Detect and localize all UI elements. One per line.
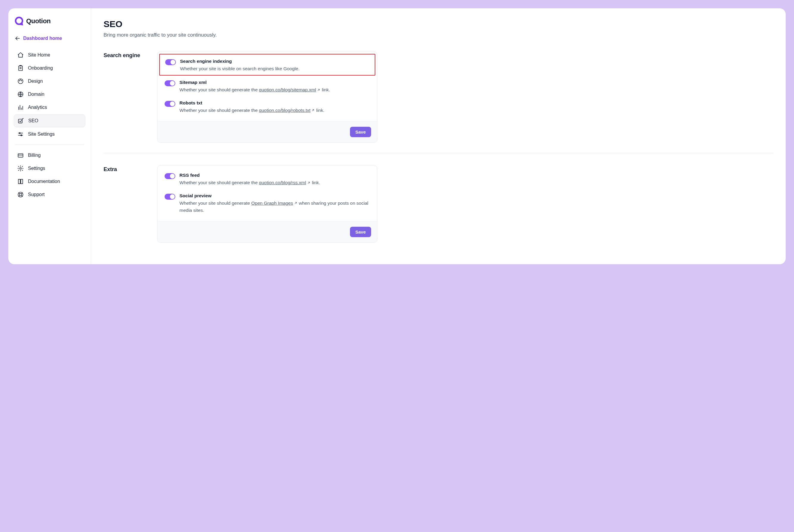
sidebar-item-label: Site Settings xyxy=(28,132,55,137)
card-footer: Save xyxy=(157,221,377,243)
sidebar-item-label: Settings xyxy=(28,166,45,171)
svg-rect-0 xyxy=(19,66,23,71)
toggle-social-preview[interactable] xyxy=(165,194,175,200)
section-search-engine: Search engine Search engine indexing Whe… xyxy=(103,47,773,152)
toggle-title: Sitemap xml xyxy=(179,80,370,85)
svg-point-4 xyxy=(21,80,22,81)
sidebar-item-label: Site Home xyxy=(28,52,50,58)
open-graph-link[interactable]: Open Graph Images xyxy=(251,201,293,206)
lifebuoy-icon xyxy=(17,191,24,198)
toggle-title: Robots txt xyxy=(179,100,370,106)
sliders-icon xyxy=(17,131,24,137)
section-label: Extra xyxy=(103,165,151,243)
robots-link[interactable]: quotion.co/blog/robots.txt xyxy=(259,108,310,113)
clipboard-icon xyxy=(17,65,24,71)
save-button[interactable]: Save xyxy=(350,127,371,137)
sidebar-item-billing[interactable]: Billing xyxy=(14,149,86,162)
app-window: Quotion Dashboard home Site Home Onboard… xyxy=(8,8,786,264)
save-button[interactable]: Save xyxy=(350,227,371,237)
card-icon xyxy=(17,152,24,158)
external-link-icon xyxy=(317,87,321,94)
sidebar-item-label: Documentation xyxy=(28,179,60,184)
arrow-left-icon xyxy=(14,35,21,42)
sidebar-item-label: Analytics xyxy=(28,105,47,110)
toggle-desc: Whether your site should generate the qu… xyxy=(179,107,370,114)
sidebar-item-label: Support xyxy=(28,192,45,197)
palette-icon xyxy=(17,78,24,84)
toggle-desc: Whether your site is visible on search e… xyxy=(180,65,369,72)
gear-icon xyxy=(17,165,24,172)
sidebar-item-analytics[interactable]: Analytics xyxy=(14,101,86,114)
toggle-row-sitemap: Sitemap xml Whether your site should gen… xyxy=(165,80,370,94)
sidebar-item-support[interactable]: Support xyxy=(14,188,86,201)
section-label: Search engine xyxy=(103,51,151,143)
sidebar-item-label: Billing xyxy=(28,153,41,158)
toggle-desc: Whether your site should generate the qu… xyxy=(179,179,370,187)
card-body: Search engine indexing Whether your site… xyxy=(157,52,377,121)
toggle-row-rss: RSS feed Whether your site should genera… xyxy=(165,173,370,187)
seo-icon xyxy=(18,117,24,124)
toggle-robots[interactable] xyxy=(165,101,175,107)
toggle-title: Search engine indexing xyxy=(180,59,369,64)
sitemap-link[interactable]: quotion.co/blog/sitemap.xml xyxy=(259,87,316,92)
sidebar-item-label: Domain xyxy=(28,92,44,97)
rss-link[interactable]: quotion.co/blog/rss.xml xyxy=(259,180,306,185)
toggle-rss[interactable] xyxy=(165,173,175,179)
section-extra: Extra RSS feed Whether your site should … xyxy=(103,153,773,251)
dashboard-home-link[interactable]: Dashboard home xyxy=(14,33,86,47)
bar-chart-icon xyxy=(17,104,24,111)
book-icon xyxy=(17,178,24,185)
toggle-title: RSS feed xyxy=(179,173,370,178)
page-title: SEO xyxy=(103,19,773,29)
card-body: RSS feed Whether your site should genera… xyxy=(157,166,377,221)
nav-group-primary: Site Home Onboarding Design Domain Analy… xyxy=(14,49,86,140)
toggle-sitemap[interactable] xyxy=(165,80,175,86)
svg-point-12 xyxy=(19,193,21,195)
highlighted-toggle-box: Search engine indexing Whether your site… xyxy=(159,54,375,76)
toggle-search-indexing[interactable] xyxy=(165,59,176,65)
external-link-icon xyxy=(311,107,315,114)
toggle-desc: Whether your site should generate the qu… xyxy=(179,86,370,94)
external-link-icon xyxy=(294,200,298,207)
toggle-row-robots: Robots txt Whether your site should gene… xyxy=(165,100,370,114)
sidebar-item-documentation[interactable]: Documentation xyxy=(14,175,86,188)
svg-rect-9 xyxy=(18,154,23,157)
sidebar-item-domain[interactable]: Domain xyxy=(14,88,86,100)
toggle-title: Social preview xyxy=(179,193,370,198)
external-link-icon xyxy=(307,180,311,187)
home-icon xyxy=(17,52,24,58)
toggle-desc: Whether your site should generate Open G… xyxy=(179,200,370,214)
toggle-row-search-indexing: Search engine indexing Whether your site… xyxy=(165,59,369,72)
nav-group-secondary: Billing Settings Documentation Support xyxy=(14,149,86,201)
nav-divider xyxy=(15,145,84,145)
main-content: SEO Bring more organic traffic to your s… xyxy=(91,8,786,264)
sidebar-item-onboarding[interactable]: Onboarding xyxy=(14,62,86,74)
back-link-label: Dashboard home xyxy=(23,36,62,41)
toggle-row-social-preview: Social preview Whether your site should … xyxy=(165,193,370,214)
sidebar-item-design[interactable]: Design xyxy=(14,75,86,88)
extra-card: RSS feed Whether your site should genera… xyxy=(157,165,377,243)
svg-point-3 xyxy=(20,80,21,80)
card-footer: Save xyxy=(157,121,377,142)
svg-point-2 xyxy=(19,80,20,81)
sidebar-item-seo[interactable]: SEO xyxy=(14,114,86,127)
sidebar-item-label: Onboarding xyxy=(28,65,53,71)
search-engine-card: Search engine indexing Whether your site… xyxy=(157,51,377,143)
sidebar-item-label: SEO xyxy=(28,118,38,124)
brand-name: Quotion xyxy=(26,17,51,25)
page-subtitle: Bring more organic traffic to your site … xyxy=(103,32,773,38)
svg-rect-6 xyxy=(18,119,22,123)
logo-icon xyxy=(15,17,24,25)
globe-icon xyxy=(17,91,24,98)
svg-point-10 xyxy=(20,168,21,169)
sidebar-item-site-settings[interactable]: Site Settings xyxy=(14,128,86,140)
sidebar-item-label: Design xyxy=(28,79,43,84)
sidebar-item-settings[interactable]: Settings xyxy=(14,162,86,175)
sidebar-item-site-home[interactable]: Site Home xyxy=(14,49,86,61)
sidebar: Quotion Dashboard home Site Home Onboard… xyxy=(8,8,91,264)
brand-logo: Quotion xyxy=(14,17,86,25)
